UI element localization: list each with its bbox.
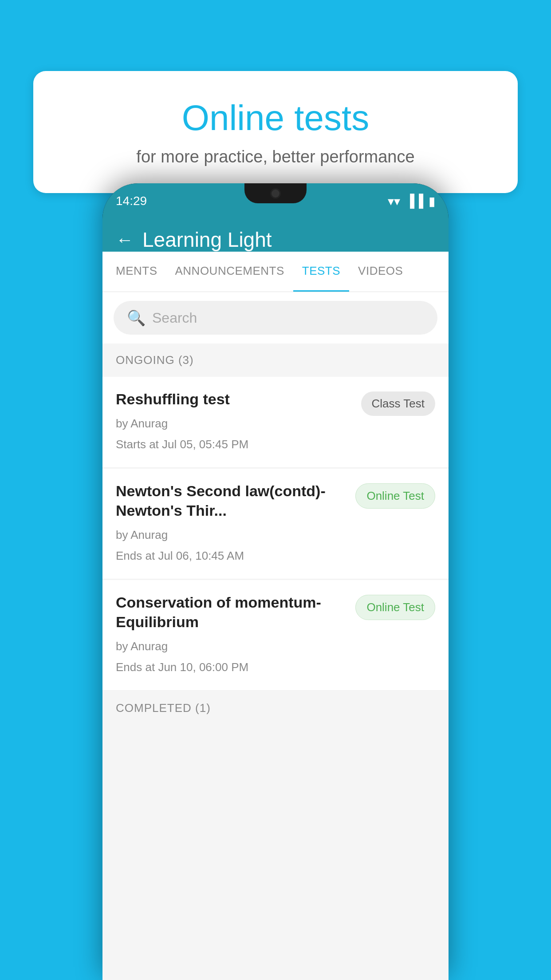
- completed-section-header: COMPLETED (1): [102, 692, 449, 725]
- tab-tests[interactable]: TESTS: [293, 252, 349, 292]
- speech-bubble: Online tests for more practice, better p…: [33, 71, 518, 193]
- phone-frame: 14:29 ▾▾ ▐▐ ▮ ← Learning Light MENTS ANN…: [102, 183, 449, 980]
- status-icons: ▾▾ ▐▐ ▮: [388, 194, 435, 209]
- speech-bubble-title: Online tests: [64, 98, 487, 138]
- test-item-date: Ends at Jul 06, 10:45 AM: [116, 545, 346, 566]
- phone-body: 🔍 Search ONGOING (3) Reshuffling test by…: [102, 292, 449, 980]
- test-badge-online: Online Test: [355, 483, 435, 509]
- app-header: ← Learning Light: [102, 219, 449, 252]
- battery-icon: ▮: [429, 194, 435, 209]
- test-item-date: Starts at Jul 05, 05:45 PM: [116, 434, 352, 455]
- signal-icon: ▐▐: [405, 194, 423, 208]
- test-item[interactable]: Conservation of momentum-Equilibrium by …: [102, 580, 449, 691]
- search-input-wrapper[interactable]: 🔍 Search: [114, 301, 437, 335]
- test-item-by: by Anurag: [116, 636, 346, 657]
- phone-container: 14:29 ▾▾ ▐▐ ▮ ← Learning Light MENTS ANN…: [102, 183, 449, 980]
- search-bar: 🔍 Search: [102, 292, 449, 344]
- test-item-by: by Anurag: [116, 525, 346, 545]
- wifi-icon: ▾▾: [388, 194, 400, 209]
- test-item-title: Reshuffling test: [116, 389, 352, 409]
- test-badge-online-2: Online Test: [355, 595, 435, 620]
- status-bar: 14:29 ▾▾ ▐▐ ▮: [102, 183, 449, 219]
- test-item-by: by Anurag: [116, 413, 352, 434]
- test-badge-class: Class Test: [361, 391, 435, 416]
- tabs-container: MENTS ANNOUNCEMENTS TESTS VIDEOS: [102, 252, 449, 292]
- test-item-date: Ends at Jun 10, 06:00 PM: [116, 657, 346, 678]
- status-time: 14:29: [116, 194, 147, 208]
- test-item-content: Reshuffling test by Anurag Starts at Jul…: [116, 389, 361, 455]
- test-item-content: Conservation of momentum-Equilibrium by …: [116, 593, 355, 678]
- camera-icon: [270, 188, 281, 199]
- phone-notch: [244, 183, 307, 203]
- app-title: Learning Light: [142, 228, 272, 252]
- back-button[interactable]: ←: [116, 230, 134, 250]
- test-item[interactable]: Reshuffling test by Anurag Starts at Jul…: [102, 377, 449, 468]
- search-icon: 🔍: [127, 309, 146, 327]
- test-item-title: Conservation of momentum-Equilibrium: [116, 593, 346, 632]
- tab-announcements[interactable]: ANNOUNCEMENTS: [166, 252, 293, 292]
- tab-videos[interactable]: VIDEOS: [349, 252, 412, 292]
- test-item-content: Newton's Second law(contd)-Newton's Thir…: [116, 481, 355, 566]
- search-placeholder: Search: [152, 310, 197, 326]
- test-item[interactable]: Newton's Second law(contd)-Newton's Thir…: [102, 469, 449, 579]
- speech-bubble-subtitle: for more practice, better performance: [64, 147, 487, 166]
- ongoing-section-header: ONGOING (3): [102, 344, 449, 377]
- tab-ments[interactable]: MENTS: [107, 252, 166, 292]
- test-item-title: Newton's Second law(contd)-Newton's Thir…: [116, 481, 346, 520]
